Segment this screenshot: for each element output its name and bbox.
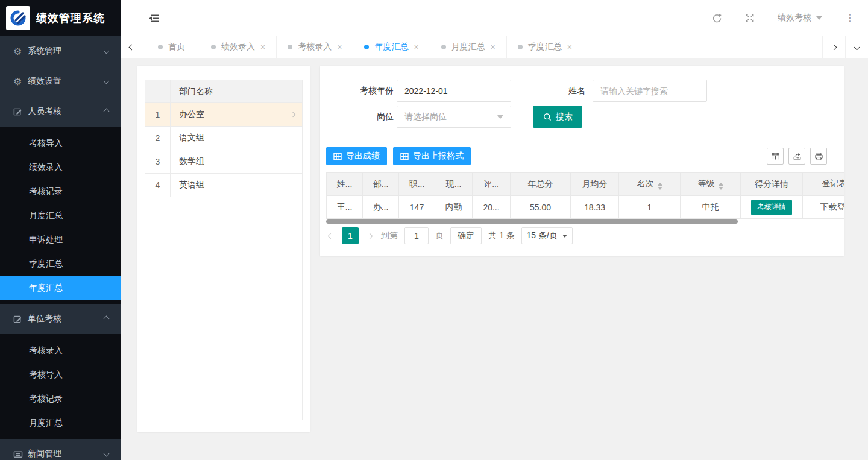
tabs-menu-button[interactable] [845, 36, 868, 58]
chevron-down-icon [562, 235, 567, 238]
col-score-detail[interactable]: 得分详情 [741, 173, 803, 196]
sidebar-item-system-management[interactable]: ⚙ 系统管理 [0, 36, 121, 66]
col-monthly-avg[interactable]: 月均分 [571, 173, 619, 196]
print-icon [814, 152, 823, 161]
fullscreen-icon[interactable] [745, 13, 755, 23]
pagination: 1 到第 页 确定 共 1 条 15 条/页 [326, 227, 838, 248]
sort-icon[interactable] [719, 183, 723, 190]
sort-icon[interactable] [658, 183, 662, 190]
sidebar-subitem-quarterly-summary[interactable]: 季度汇总 [0, 251, 121, 276]
sidebar-subitem-unit-assessment-import[interactable]: 考核导入 [0, 362, 121, 386]
col-name[interactable]: 姓... [327, 173, 363, 196]
sidebar-item-news-management[interactable]: 新闻管理 [0, 439, 121, 460]
table-row[interactable]: 4 英语组 [145, 174, 302, 197]
col-eval-date[interactable]: 评... [473, 173, 511, 196]
tab-dot-icon [158, 45, 163, 49]
app-root: 绩效管理系统 ⚙ 系统管理 ⚙ 绩效设置 人员考核 考核导入 [0, 0, 868, 460]
tab-dot-icon [441, 45, 446, 49]
print-button[interactable] [810, 148, 827, 165]
sidebar-collapse-icon[interactable] [148, 13, 160, 24]
tab-dot-icon [518, 45, 523, 49]
col-grade[interactable]: 等级 [681, 173, 741, 196]
topbar-right: 绩效考核 ⋮ [712, 13, 855, 24]
chevron-down-icon [497, 115, 503, 119]
sidebar-item-personnel-assessment[interactable]: 人员考核 [0, 96, 121, 127]
name-search-input[interactable] [593, 80, 707, 102]
table-icon [333, 153, 342, 160]
news-icon [13, 450, 28, 459]
sidebar-item-unit-assessment[interactable]: 单位考核 [0, 304, 121, 334]
col-department[interactable]: 部... [363, 173, 399, 196]
total-count-label: 共 1 条 [488, 230, 515, 241]
tab-performance-entry[interactable]: 绩效录入 × [200, 36, 277, 58]
tab-close-icon[interactable]: × [337, 42, 342, 52]
user-dropdown[interactable]: 绩效考核 [778, 13, 822, 24]
table-row[interactable]: 1 办公室 [145, 103, 302, 127]
current-page-button[interactable]: 1 [342, 227, 359, 244]
chevron-right-icon [831, 44, 837, 50]
tabbar: 首页 绩效录入 × 考核录入 × 年度汇总 × 月度汇总 × [121, 36, 868, 58]
department-panel: 部门名称 1 办公室 2 语文组 3 数学组 4 [137, 66, 310, 432]
tab-close-icon[interactable]: × [491, 42, 495, 52]
download-register-link[interactable]: 下载登记表 [803, 196, 844, 219]
search-button[interactable]: 搜索 [533, 106, 582, 128]
post-select[interactable]: 请选择岗位 [397, 106, 511, 128]
sidebar-subitem-unit-assessment-entry[interactable]: 考核录入 [0, 338, 121, 362]
chevron-down-icon [104, 48, 110, 54]
col-rank[interactable]: 名次 [619, 173, 681, 196]
columns-icon [771, 152, 780, 161]
tabs-scroll-right-button[interactable] [822, 36, 845, 58]
year-label: 考核年份 [326, 86, 394, 96]
table-row[interactable]: 2 语文组 [145, 127, 302, 150]
col-annual-total[interactable]: 年总分 [511, 173, 571, 196]
tab-close-icon[interactable]: × [567, 42, 572, 52]
tab-quarterly-summary[interactable]: 季度汇总 × [507, 36, 583, 58]
sidebar-subitem-unit-assessment-records[interactable]: 考核记录 [0, 386, 121, 411]
content: 部门名称 1 办公室 2 语文组 3 数学组 4 [121, 58, 868, 460]
search-icon [542, 112, 552, 122]
user-dropdown-label: 绩效考核 [778, 13, 811, 24]
assessment-detail-button[interactable]: 考核详情 [751, 200, 792, 215]
filter-columns-button[interactable] [767, 148, 784, 165]
sidebar-subitem-performance-entry[interactable]: 绩效录入 [0, 155, 121, 179]
sidebar-item-performance-settings[interactable]: ⚙ 绩效设置 [0, 66, 121, 96]
goto-page-input[interactable] [404, 227, 429, 244]
page-size-select[interactable]: 15 条/页 [521, 227, 573, 244]
sidebar-subitem-unit-monthly-summary[interactable]: 月度汇总 [0, 411, 121, 435]
app-logo-icon [6, 6, 30, 30]
edit-icon [13, 107, 28, 116]
sidebar-subitem-assessment-import[interactable]: 考核导入 [0, 131, 121, 155]
tab-close-icon[interactable]: × [260, 42, 265, 52]
col-staff-id[interactable]: 职... [399, 173, 435, 196]
prev-page-button[interactable] [326, 234, 335, 238]
topbar: 绩效考核 ⋮ [121, 0, 868, 36]
tab-monthly-summary[interactable]: 月度汇总 × [430, 36, 507, 58]
department-name-header: 部门名称 [171, 80, 302, 102]
col-register-form[interactable]: 登记表 [803, 173, 844, 196]
tab-home[interactable]: 首页 [143, 36, 200, 58]
tab-close-icon[interactable]: × [414, 42, 418, 52]
next-page-button[interactable] [365, 234, 374, 238]
col-current-post[interactable]: 现... [435, 173, 473, 196]
export-report-button[interactable]: 导出上报格式 [393, 147, 471, 165]
sidebar-subitem-appeal-handling[interactable]: 申诉处理 [0, 227, 121, 251]
name-label: 姓名 [525, 86, 585, 96]
filter-row-1: 考核年份 姓名 [326, 80, 838, 102]
tab-assessment-entry[interactable]: 考核录入 × [277, 36, 353, 58]
year-field[interactable] [397, 80, 511, 102]
results-table-header: 姓... 部... 职... 现... 评... 年总分 月均分 名次 等级 得… [327, 173, 844, 196]
sidebar-subitem-assessment-records[interactable]: 考核记录 [0, 179, 121, 203]
sidebar-subitem-monthly-summary[interactable]: 月度汇总 [0, 203, 121, 227]
chevron-down-icon [816, 16, 822, 20]
goto-confirm-button[interactable]: 确定 [450, 227, 482, 244]
table-row[interactable]: 3 数学组 [145, 150, 302, 174]
sidebar-subitem-annual-summary[interactable]: 年度汇总 [0, 276, 121, 300]
export-button[interactable] [788, 148, 805, 165]
horizontal-scrollbar[interactable] [326, 219, 738, 224]
tab-annual-summary[interactable]: 年度汇总 × [353, 36, 430, 58]
refresh-icon[interactable] [712, 13, 722, 24]
post-label: 岗位 [326, 112, 394, 122]
more-options-icon[interactable]: ⋮ [845, 13, 855, 23]
tabs-scroll-left-button[interactable] [121, 36, 143, 58]
export-scores-button[interactable]: 导出成绩 [326, 147, 387, 165]
